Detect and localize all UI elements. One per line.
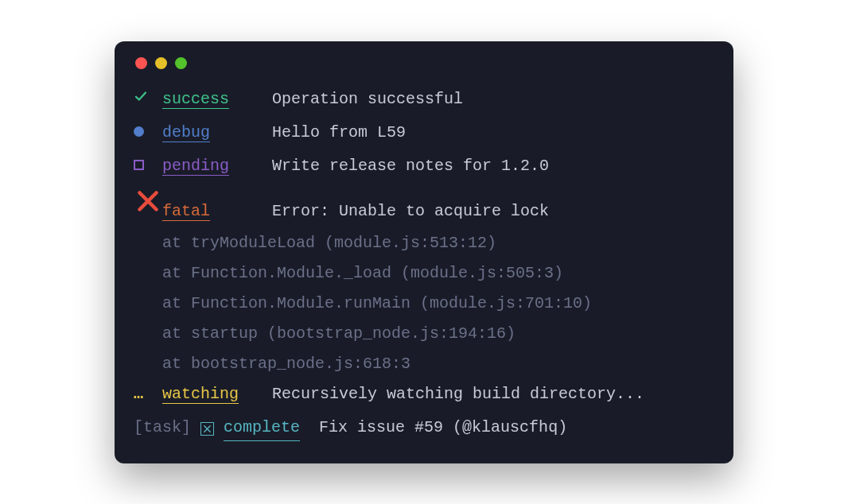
terminal-window: success Operation successful debug Hello…	[115, 41, 733, 463]
log-message: Write release notes for 1.2.0	[272, 153, 549, 179]
log-line-task: [task] complete Fix issue #59 (@klauscfh…	[134, 415, 714, 441]
badge-success: success	[162, 90, 229, 109]
badge-fatal: fatal	[162, 202, 210, 221]
trace-line: at Function.Module._load (module.js:505:…	[162, 261, 714, 286]
minimize-button[interactable]	[155, 57, 167, 69]
badge-debug: debug	[162, 123, 210, 142]
badge-watching: watching	[162, 385, 239, 404]
trace-line: at bootstrap_node.js:618:3	[162, 351, 714, 377]
badge-pending: pending	[162, 157, 229, 176]
square-icon	[134, 160, 162, 170]
log-line-watching: … watching Recursively watching build di…	[134, 382, 714, 407]
checkbox-checked-icon	[200, 422, 214, 436]
close-button[interactable]	[135, 57, 147, 69]
x-icon	[134, 187, 162, 215]
log-line-success: success Operation successful	[134, 87, 714, 112]
log-line-fatal: fatal Error: Unable to acquire lock	[134, 187, 714, 224]
trace-line: at tryModuleLoad (module.js:513:12)	[162, 231, 714, 256]
check-icon	[134, 89, 162, 103]
window-titlebar	[135, 57, 714, 69]
task-prefix: [task]	[134, 415, 191, 440]
stack-trace: at tryModuleLoad (module.js:513:12) at F…	[134, 231, 714, 377]
log-line-pending: pending Write release notes for 1.2.0	[134, 153, 714, 179]
maximize-button[interactable]	[175, 57, 187, 69]
ellipsis-icon: …	[134, 382, 162, 407]
log-message: Hello from L59	[272, 120, 406, 145]
log-message: Operation successful	[272, 87, 463, 112]
trace-line: at Function.Module.runMain (module.js:70…	[162, 291, 714, 316]
log-line-debug: debug Hello from L59	[134, 120, 714, 145]
log-message: Recursively watching build directory...	[272, 382, 644, 407]
badge-complete: complete	[224, 415, 300, 441]
trace-line: at startup (bootstrap_node.js:194:16)	[162, 321, 714, 347]
task-message: Fix issue #59 (@klauscfhq)	[319, 415, 567, 440]
log-message: Error: Unable to acquire lock	[272, 199, 549, 224]
dot-icon	[134, 125, 162, 137]
